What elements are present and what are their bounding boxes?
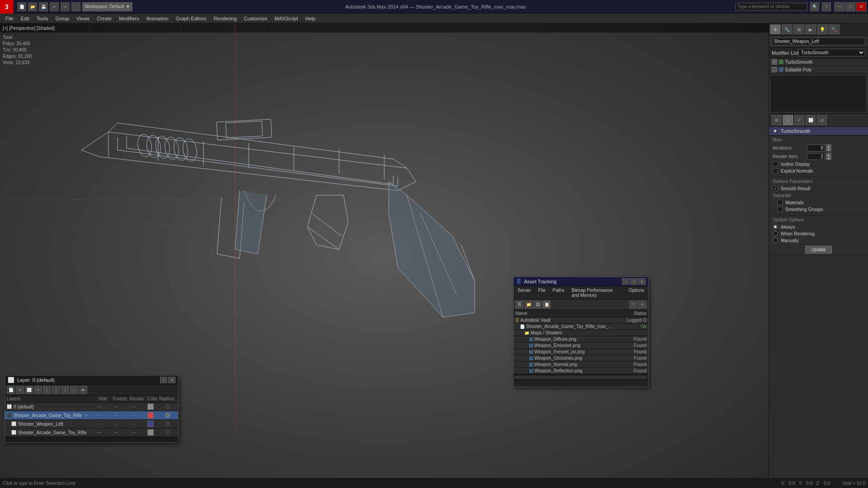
menu-tools[interactable]: Tools bbox=[33, 15, 52, 22]
at-row-5[interactable]: 🖼 Weapon_Fresnel_ior.png Found bbox=[514, 349, 648, 355]
panel-icon-3[interactable]: ✓ bbox=[794, 115, 804, 125]
modifier-list-dropdown[interactable]: TurboSmooth Editable Poly bbox=[798, 49, 865, 56]
search-input[interactable] bbox=[735, 3, 807, 11]
panel-icon-5[interactable]: 🗂 bbox=[817, 115, 827, 125]
layer-1-radio[interactable] bbox=[159, 413, 176, 418]
layers-tool-new[interactable]: 📄 bbox=[7, 386, 15, 394]
ts-materials-checkbox[interactable] bbox=[777, 200, 783, 205]
ts-collapse-arrow[interactable]: ▼ bbox=[773, 128, 778, 134]
layer-2-color[interactable] bbox=[142, 421, 159, 427]
layers-tool-down[interactable]: ↓ bbox=[52, 386, 60, 394]
tab-utilities[interactable]: 🔨 bbox=[829, 24, 840, 34]
tab-hierarchy[interactable]: ⊞ bbox=[793, 24, 804, 34]
at-row-7[interactable]: 🖼 Weapon_Normal.png Found bbox=[514, 361, 648, 368]
layer-1-freeze[interactable]: — bbox=[108, 413, 125, 418]
layer-1-color[interactable] bbox=[142, 412, 159, 418]
menu-maxscript[interactable]: MAXScript bbox=[271, 15, 302, 22]
viewport[interactable]: [+] [Perspective] [Shaded] Total Polys: … bbox=[0, 23, 769, 488]
at-tool-1[interactable]: 🗄 bbox=[515, 300, 524, 309]
menu-rendering[interactable]: Rendering bbox=[210, 15, 241, 22]
at-tool-4[interactable]: 📋 bbox=[542, 300, 551, 309]
layer-3-radio[interactable] bbox=[159, 430, 176, 435]
tab-motion[interactable]: ▶ bbox=[805, 24, 816, 34]
at-extra-btn[interactable]: ≡ bbox=[638, 300, 646, 309]
layers-tool-delete[interactable]: ✕ bbox=[16, 386, 24, 394]
layer-1-hide[interactable]: — bbox=[90, 413, 108, 418]
ts-always-radio[interactable] bbox=[773, 224, 778, 230]
menu-file[interactable]: File bbox=[2, 15, 17, 22]
ts-isoline-checkbox[interactable] bbox=[773, 161, 778, 167]
at-row-1[interactable]: 📄 Shooter_Arcade_Game_Toy_Rifle_max_vray… bbox=[514, 324, 648, 330]
panel-icon-2[interactable]: | bbox=[783, 115, 793, 125]
layer-2-render[interactable]: — bbox=[125, 422, 142, 426]
at-row-8[interactable]: 🖼 Weapon_Reflection.png Found bbox=[514, 368, 648, 374]
menu-group[interactable]: Group bbox=[52, 15, 73, 22]
maximize-button[interactable]: □ bbox=[845, 2, 855, 11]
layer-0-render[interactable]: — bbox=[125, 404, 142, 409]
menu-animation[interactable]: Animation bbox=[143, 15, 172, 22]
object-name-input[interactable] bbox=[772, 38, 865, 45]
layer-0-radio[interactable] bbox=[159, 404, 176, 409]
modifier-item-editablepoly[interactable]: Editable Poly bbox=[769, 66, 868, 74]
layer-row-2[interactable]: ⬜ Shooter_Weapon_Left — — — bbox=[5, 420, 178, 428]
at-row-2[interactable]: 📁 Maps / Shaders bbox=[514, 330, 648, 336]
at-row-4[interactable]: 🖼 Weapon_Emissive.png Found bbox=[514, 343, 648, 349]
close-button[interactable]: ✕ bbox=[856, 2, 866, 11]
ts-iterations-up[interactable]: ▲ bbox=[826, 144, 831, 148]
layer-1-render[interactable]: — bbox=[125, 413, 142, 418]
search-btn[interactable]: 🔍 bbox=[810, 2, 819, 11]
at-menu-paths[interactable]: Paths bbox=[549, 287, 568, 299]
ts-render-iters-input[interactable] bbox=[807, 153, 825, 160]
menu-modifiers[interactable]: Modifiers bbox=[115, 15, 143, 22]
layers-help[interactable]: ? bbox=[160, 377, 167, 383]
redo-btn[interactable]: ↪ bbox=[61, 2, 70, 11]
ts-update-button[interactable]: Update bbox=[805, 246, 831, 253]
ts-smoothing-groups-checkbox[interactable] bbox=[777, 206, 783, 212]
at-minimize[interactable]: ─ bbox=[622, 278, 629, 285]
at-close[interactable]: ✕ bbox=[638, 278, 646, 285]
minimize-button[interactable]: ─ bbox=[835, 2, 844, 11]
at-table-body[interactable]: 🗄 Autodesk Vault Logged O 📄 Shooter_Arca… bbox=[514, 317, 648, 374]
tab-modify[interactable]: 🔧 bbox=[782, 24, 793, 34]
save-btn[interactable]: 💾 bbox=[39, 2, 48, 11]
ts-when-rendering-radio[interactable] bbox=[773, 231, 778, 236]
menu-edit[interactable]: Edit bbox=[17, 15, 33, 22]
undo-btn[interactable]: ↩ bbox=[50, 2, 59, 11]
layer-0-color[interactable] bbox=[142, 404, 159, 410]
at-help-btn[interactable]: ? bbox=[629, 300, 637, 309]
tab-create[interactable]: ✚ bbox=[770, 24, 781, 34]
layer-3-color[interactable] bbox=[142, 429, 159, 436]
modifier-item-turbosmooth[interactable]: ✓ TurboSmooth bbox=[769, 58, 868, 66]
ts-smooth-result-checkbox[interactable] bbox=[773, 186, 778, 191]
layer-3-render[interactable]: — bbox=[125, 430, 142, 435]
panel-icon-4[interactable]: ⬜ bbox=[806, 115, 816, 125]
panel-icon-1[interactable]: ⊞ bbox=[772, 115, 782, 125]
ts-render-iters-up[interactable]: ▲ bbox=[826, 153, 831, 156]
layer-row-1[interactable]: ⬛ Shooter_Arcade_Game_Toy_Rifle ✓ — — — bbox=[5, 411, 178, 420]
help-btn[interactable]: ? bbox=[822, 2, 831, 11]
menu-help[interactable]: Help bbox=[302, 15, 319, 22]
layer-2-radio[interactable] bbox=[159, 422, 176, 426]
layers-tool-move[interactable]: → bbox=[70, 386, 78, 394]
at-row-0[interactable]: 🗄 Autodesk Vault Logged O bbox=[514, 317, 648, 324]
layer-3-hide[interactable]: — bbox=[90, 430, 108, 435]
at-scrollbar-track[interactable] bbox=[514, 375, 647, 379]
new-btn[interactable]: 📄 bbox=[17, 2, 26, 11]
layers-close[interactable]: ✕ bbox=[168, 377, 175, 383]
at-horizontal-scrollbar[interactable] bbox=[514, 374, 648, 380]
at-maximize[interactable]: □ bbox=[630, 278, 637, 285]
menu-customize[interactable]: Customize bbox=[240, 15, 271, 22]
at-row-6[interactable]: 🖼 Weapon_Glossines.png Found bbox=[514, 355, 648, 361]
modifier-turbosmooth-checkbox[interactable]: ✓ bbox=[772, 59, 777, 65]
at-menu-file[interactable]: File bbox=[534, 287, 549, 299]
layers-tool-sort[interactable]: ↕ bbox=[61, 386, 69, 394]
layer-0-freeze[interactable]: — bbox=[108, 404, 125, 409]
layers-tool-up[interactable]: ↑ bbox=[43, 386, 51, 394]
layer-3-freeze[interactable]: — bbox=[108, 430, 125, 435]
workspace-dropdown[interactable]: Workspace: Default ▼ bbox=[82, 2, 132, 11]
layer-2-hide[interactable]: — bbox=[90, 422, 108, 426]
menu-create[interactable]: Create bbox=[93, 15, 115, 22]
ts-explicit-checkbox[interactable] bbox=[773, 168, 778, 174]
layer-2-freeze[interactable]: — bbox=[108, 422, 125, 426]
menu-views[interactable]: Views bbox=[73, 15, 93, 22]
